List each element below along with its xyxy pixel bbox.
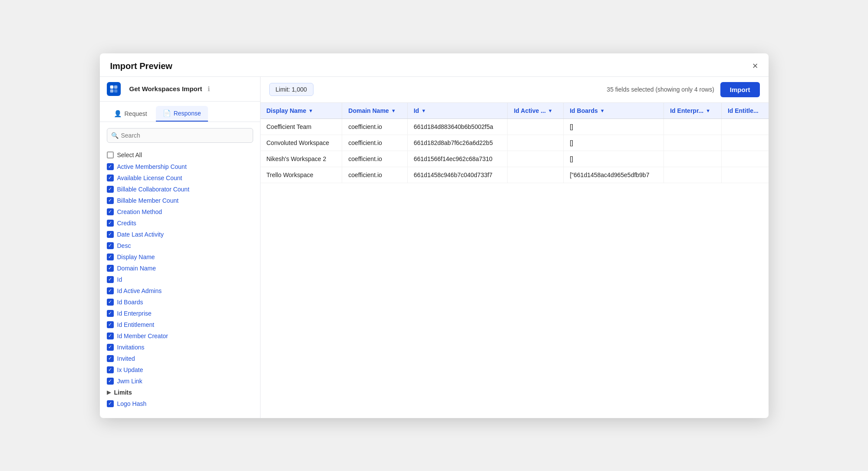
checkbox-display-name[interactable]: ✓ — [107, 254, 114, 260]
field-item-billable-member-count[interactable]: ✓ Billable Member Count — [107, 195, 253, 206]
checkbox-desc[interactable]: ✓ — [107, 242, 114, 249]
cell-id-boards: ["661d1458ac4d965e5dfb9b7 — [564, 167, 664, 183]
checkbox-id-enterprise[interactable]: ✓ — [107, 310, 114, 317]
checkbox-billable-member-count[interactable]: ✓ — [107, 197, 114, 204]
field-item-domain-name[interactable]: ✓ Domain Name — [107, 263, 253, 274]
cell-domain-name: coefficient.io — [342, 119, 407, 135]
checkbox-date-last-activity[interactable]: ✓ — [107, 231, 114, 238]
checkbox-invitations[interactable]: ✓ — [107, 344, 114, 351]
field-item-invitations[interactable]: ✓ Invitations — [107, 342, 253, 353]
close-button[interactable]: × — [752, 61, 758, 71]
checkbox-id-member-creator[interactable]: ✓ — [107, 333, 114, 339]
request-tab-icon: 👤 — [114, 110, 122, 118]
checkbox-id-entitlement[interactable]: ✓ — [107, 321, 114, 328]
field-item-credits[interactable]: ✓ Credits — [107, 217, 253, 229]
field-item-id-entitlement[interactable]: ✓ Id Entitlement — [107, 319, 253, 330]
field-item-ix-update[interactable]: ✓ Ix Update — [107, 364, 253, 375]
field-item-display-name[interactable]: ✓ Display Name — [107, 251, 253, 263]
select-all-row[interactable]: Select All — [107, 149, 253, 161]
search-input[interactable] — [107, 128, 253, 143]
right-panel: Limit: 1,000 35 fields selected (showing… — [261, 77, 769, 418]
cell-id-entitle — [721, 151, 768, 167]
cell-domain-name: coefficient.io — [342, 135, 407, 151]
response-tab-icon: 📄 — [163, 109, 171, 117]
table-row: Convoluted Workspace coefficient.io 661d… — [261, 135, 769, 151]
checkbox-domain-name[interactable]: ✓ — [107, 265, 114, 272]
field-group-limits[interactable]: ▶ Limits — [107, 387, 253, 398]
field-item-creation-method[interactable]: ✓ Creation Method — [107, 206, 253, 217]
field-item-id[interactable]: ✓ Id — [107, 274, 253, 285]
col-header-domain-name: Domain Name ▼ — [342, 103, 407, 119]
toolbar-info: 35 fields selected (showing only 4 rows)… — [607, 82, 759, 97]
sort-icon-id-active[interactable]: ▼ — [548, 108, 553, 113]
col-header-id-boards: Id Boards ▼ — [564, 103, 664, 119]
field-item-id-enterprise[interactable]: ✓ Id Enterprise — [107, 308, 253, 319]
search-wrapper: 🔍 — [107, 128, 253, 143]
checkbox-invited[interactable]: ✓ — [107, 355, 114, 362]
sort-icon-id[interactable]: ▼ — [421, 108, 426, 113]
field-item-id-member-creator[interactable]: ✓ Id Member Creator — [107, 330, 253, 342]
sort-icon-id-enterpr[interactable]: ▼ — [706, 108, 710, 113]
import-preview-modal: Import Preview × Get Workspaces Import ℹ — [100, 53, 769, 418]
import-button[interactable]: Import — [720, 82, 760, 97]
sort-icon-domain-name[interactable]: ▼ — [391, 108, 396, 113]
cell-id: 661d182d8ab7f6c26a6d22b5 — [407, 135, 508, 151]
table-row: Nikesh's Workspace 2 coefficient.io 661d… — [261, 151, 769, 167]
table-row: Coefficient Team coefficient.io 661d184d… — [261, 119, 769, 135]
checkbox-id-boards[interactable]: ✓ — [107, 299, 114, 306]
field-item-available-license-count[interactable]: ✓ Available License Count — [107, 172, 253, 184]
col-header-id-enterpr: Id Enterpr... ▼ — [664, 103, 722, 119]
cell-id: 661d1458c946b7c040d733f7 — [407, 167, 508, 183]
checkbox-id[interactable]: ✓ — [107, 276, 114, 283]
table-header-row: Display Name ▼ Domain Name ▼ — [261, 103, 769, 119]
right-toolbar: Limit: 1,000 35 fields selected (showing… — [261, 77, 769, 103]
field-item-id-boards[interactable]: ✓ Id Boards — [107, 296, 253, 308]
cell-id: 661d1566f14ec962c68a7310 — [407, 151, 508, 167]
cell-display-name: Coefficient Team — [261, 119, 342, 135]
data-table-area: Display Name ▼ Domain Name ▼ — [261, 103, 769, 418]
select-all-label: Select All — [117, 152, 142, 158]
col-header-id-active: Id Active ... ▼ — [508, 103, 564, 119]
svg-rect-1 — [114, 85, 117, 89]
modal-header: Import Preview × — [100, 53, 769, 77]
tab-response[interactable]: 📄 Response — [156, 106, 208, 122]
svg-rect-3 — [114, 89, 117, 92]
checkbox-id-active-admins[interactable]: ✓ — [107, 287, 114, 294]
cell-id-enterpr — [664, 135, 722, 151]
tab-request[interactable]: 👤 Request — [107, 106, 154, 122]
sort-icon-id-boards[interactable]: ▼ — [600, 108, 605, 113]
tab-bar: 👤 Request 📄 Response — [100, 102, 260, 122]
checkbox-creation-method[interactable]: ✓ — [107, 208, 114, 215]
checkbox-ix-update[interactable]: ✓ — [107, 366, 114, 373]
field-item-invited[interactable]: ✓ Invited — [107, 353, 253, 364]
cell-id-enterpr — [664, 151, 722, 167]
cell-id-active — [508, 119, 564, 135]
request-tab-label: Request — [125, 110, 147, 117]
cell-id-entitle — [721, 135, 768, 151]
cell-display-name: Trello Workspace — [261, 167, 342, 183]
field-item-logo-hash[interactable]: ✓ Logo Hash — [107, 398, 253, 409]
app-logo-icon — [107, 82, 121, 96]
field-item-id-active-admins[interactable]: ✓ Id Active Admins — [107, 285, 253, 296]
checkbox-jwm-link[interactable]: ✓ — [107, 378, 114, 385]
checkbox-available-license-count[interactable]: ✓ — [107, 175, 114, 181]
field-item-desc[interactable]: ✓ Desc — [107, 240, 253, 251]
field-item-billable-collaborator-count[interactable]: ✓ Billable Collaborator Count — [107, 184, 253, 195]
select-all-checkbox[interactable] — [107, 152, 114, 158]
cell-id-active — [508, 167, 564, 183]
modal-title: Import Preview — [110, 61, 172, 71]
table-row: Trello Workspace coefficient.io 661d1458… — [261, 167, 769, 183]
limit-badge: Limit: 1,000 — [269, 83, 314, 96]
col-header-id-entitle: Id Entitle... — [721, 103, 768, 119]
search-icon: 🔍 — [111, 132, 119, 139]
cell-domain-name: coefficient.io — [342, 167, 407, 183]
response-tab-label: Response — [174, 110, 201, 117]
checkbox-active-membership-count[interactable]: ✓ — [107, 163, 114, 170]
checkbox-billable-collaborator-count[interactable]: ✓ — [107, 186, 114, 193]
field-item-date-last-activity[interactable]: ✓ Date Last Activity — [107, 229, 253, 240]
field-item-active-membership-count[interactable]: ✓ Active Membership Count — [107, 161, 253, 172]
checkbox-logo-hash[interactable]: ✓ — [107, 400, 114, 407]
checkbox-credits[interactable]: ✓ — [107, 220, 114, 227]
field-item-jwm-link[interactable]: ✓ Jwm Link — [107, 375, 253, 387]
sort-icon-display-name[interactable]: ▼ — [308, 108, 313, 113]
